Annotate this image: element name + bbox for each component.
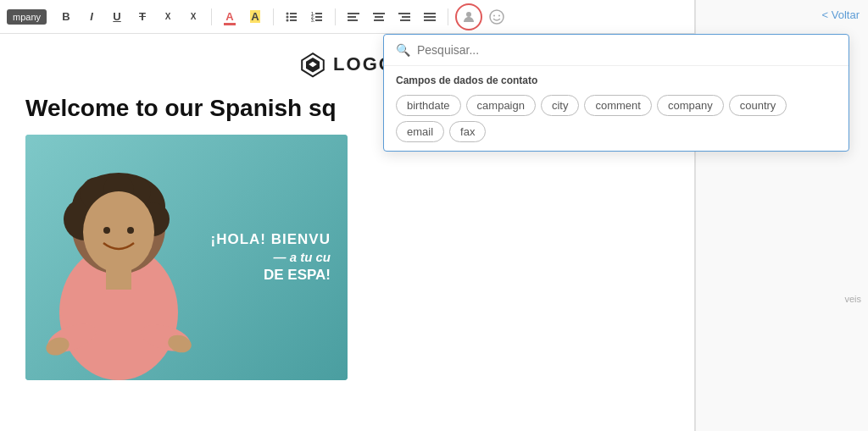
dropdown-panel: 🔍 Campos de dados de contato birthdateca… bbox=[383, 34, 849, 152]
dropdown-search-row: 🔍 bbox=[384, 35, 849, 66]
svg-rect-22 bbox=[424, 16, 436, 18]
svg-rect-14 bbox=[348, 19, 358, 21]
superscript-button[interactable]: X bbox=[182, 6, 204, 28]
font-color-button[interactable]: A bbox=[219, 6, 241, 28]
tag-fax[interactable]: fax bbox=[449, 121, 486, 142]
svg-point-24 bbox=[466, 12, 471, 17]
highlight-icon: A bbox=[250, 10, 259, 23]
insert-emoji-button[interactable] bbox=[486, 6, 508, 28]
person-svg bbox=[25, 143, 212, 380]
logo-icon bbox=[299, 51, 326, 78]
svg-rect-18 bbox=[398, 13, 410, 14]
svg-point-0 bbox=[287, 12, 289, 14]
tag-city[interactable]: city bbox=[541, 95, 580, 116]
svg-point-2 bbox=[287, 15, 289, 18]
align-justify-button[interactable] bbox=[419, 6, 441, 28]
tag-email[interactable]: email bbox=[396, 121, 444, 142]
align-justify-icon bbox=[424, 11, 436, 23]
subscript-button[interactable]: X bbox=[157, 6, 179, 28]
toolbar: mpany B I U T X X A A bbox=[0, 0, 694, 34]
search-icon: 🔍 bbox=[396, 43, 410, 57]
ordered-list-icon: 1. 2. 3. bbox=[311, 11, 323, 23]
voltar-link[interactable]: < Voltar bbox=[822, 8, 860, 21]
unordered-list-button[interactable] bbox=[281, 6, 303, 28]
divider-3 bbox=[335, 8, 336, 25]
tag-company[interactable]: company bbox=[657, 95, 724, 116]
person-icon bbox=[462, 10, 476, 24]
tag-birthdate[interactable]: birthdate bbox=[396, 95, 461, 116]
bold-button[interactable]: B bbox=[55, 6, 77, 28]
svg-point-26 bbox=[493, 14, 495, 16]
tag-campaign[interactable]: campaign bbox=[466, 95, 536, 116]
italic-button[interactable]: I bbox=[81, 6, 103, 28]
svg-rect-5 bbox=[290, 19, 297, 21]
tag-country[interactable]: country bbox=[729, 95, 787, 116]
align-right-button[interactable] bbox=[393, 6, 415, 28]
svg-rect-13 bbox=[348, 16, 356, 18]
font-color-icon: A bbox=[225, 10, 233, 23]
svg-rect-12 bbox=[348, 13, 359, 14]
emoji-icon bbox=[489, 9, 504, 25]
svg-point-39 bbox=[83, 191, 154, 273]
svg-rect-1 bbox=[290, 13, 297, 14]
align-right-icon bbox=[398, 11, 410, 23]
align-left-button[interactable] bbox=[342, 6, 364, 28]
svg-point-27 bbox=[498, 14, 500, 16]
align-center-icon bbox=[373, 11, 385, 23]
company-tab[interactable]: mpany bbox=[7, 9, 47, 25]
person-figure bbox=[25, 143, 212, 380]
svg-text:3.: 3. bbox=[311, 18, 315, 23]
svg-point-41 bbox=[127, 227, 134, 234]
svg-rect-23 bbox=[424, 19, 436, 21]
divider-2 bbox=[273, 8, 274, 25]
ordered-list-button[interactable]: 1. 2. 3. bbox=[306, 6, 328, 28]
svg-rect-11 bbox=[315, 19, 322, 21]
divider-1 bbox=[211, 8, 212, 25]
svg-rect-19 bbox=[402, 16, 410, 18]
svg-rect-21 bbox=[424, 13, 436, 14]
svg-rect-17 bbox=[374, 19, 384, 21]
sidebar-text: veis bbox=[844, 294, 861, 304]
highlight-button[interactable]: A bbox=[244, 6, 266, 28]
svg-rect-9 bbox=[315, 16, 322, 18]
svg-point-40 bbox=[103, 227, 110, 234]
search-input[interactable] bbox=[417, 43, 837, 57]
svg-rect-20 bbox=[400, 19, 410, 21]
align-center-button[interactable] bbox=[368, 6, 390, 28]
tag-comment[interactable]: comment bbox=[584, 95, 651, 116]
svg-point-25 bbox=[490, 10, 504, 24]
divider-4 bbox=[448, 8, 448, 25]
unordered-list-icon bbox=[286, 11, 298, 23]
insert-contact-button[interactable] bbox=[455, 3, 482, 30]
tags-container: birthdatecampaigncitycommentcompanycount… bbox=[384, 91, 849, 151]
align-left-icon bbox=[348, 11, 359, 23]
image-overlay-text: ¡HOLA! BIENVU — a tu cu DE ESPA! bbox=[211, 230, 331, 285]
svg-rect-15 bbox=[373, 13, 385, 14]
editor-image: ¡HOLA! BIENVU — a tu cu DE ESPA! bbox=[25, 135, 348, 380]
color-bar bbox=[224, 23, 236, 25]
section-label: Campos de dados de contato bbox=[384, 66, 849, 91]
underline-button[interactable]: U bbox=[106, 6, 128, 28]
svg-rect-16 bbox=[375, 16, 383, 18]
svg-rect-7 bbox=[315, 13, 322, 14]
svg-rect-42 bbox=[106, 268, 131, 290]
strikethrough-button[interactable]: T bbox=[131, 6, 153, 28]
svg-point-4 bbox=[287, 19, 289, 21]
svg-rect-3 bbox=[290, 16, 297, 18]
